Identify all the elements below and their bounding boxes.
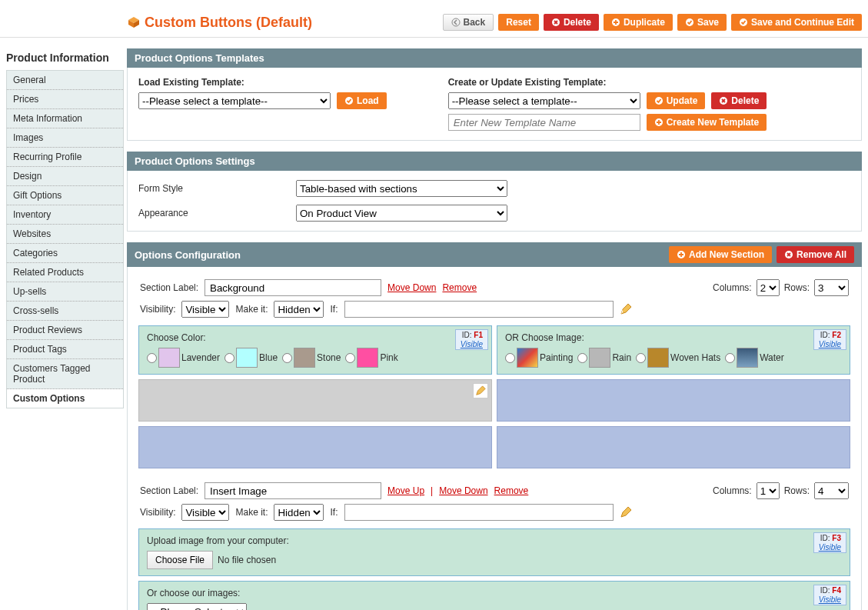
add-section-button[interactable]: Add New Section	[669, 246, 772, 263]
template-name-input[interactable]	[448, 114, 640, 131]
load-template-select[interactable]: --Please select a template--	[138, 92, 331, 109]
sidebar-item-upsells[interactable]: Up-sells	[7, 282, 123, 302]
templates-panel-header: Product Options Templates	[127, 48, 862, 68]
sidebar-item-recurring[interactable]: Recurring Profile	[7, 148, 123, 167]
section2-move-up[interactable]: Move Up	[387, 485, 424, 496]
section1-controls: Section Label: Move Down Remove Columns:…	[138, 279, 850, 296]
sidebar-item-design[interactable]: Design	[7, 167, 123, 186]
columns-label: Columns:	[713, 485, 752, 496]
choose-image-cell[interactable]: OR Choose Image: ID: F2 Visible Painting…	[497, 325, 850, 375]
color-stone-radio[interactable]	[282, 353, 292, 363]
sidebar-item-websites[interactable]: Websites	[7, 225, 123, 244]
upload-image-cell[interactable]: Upload image from your computer: ID: F3 …	[138, 528, 850, 576]
update-template-button[interactable]: Update	[647, 92, 706, 109]
sidebar-item-inventory[interactable]: Inventory	[7, 205, 123, 225]
save-button[interactable]: Save	[677, 14, 727, 31]
section2-move-down[interactable]: Move Down	[439, 485, 487, 496]
section2-sub-controls: Visibility: Visible Make it: Hidden If:	[138, 504, 850, 521]
load-button[interactable]: Load	[337, 92, 387, 109]
section1-makeit-select[interactable]: Hidden	[274, 301, 324, 318]
product-icon	[128, 16, 140, 28]
section1-cell-empty-3[interactable]	[497, 426, 850, 468]
sidebar-item-images[interactable]: Images	[7, 128, 123, 148]
id-badge-f2: ID: F2 Visible	[813, 329, 846, 350]
id-badge-f1: ID: F1 Visible	[455, 329, 488, 350]
reset-button[interactable]: Reset	[498, 14, 539, 31]
select-image-title: Or choose our images:	[147, 588, 842, 598]
section1-remove[interactable]: Remove	[442, 282, 477, 293]
section2-makeit-select[interactable]: Hidden	[274, 504, 324, 521]
section-label-text: Section Label:	[140, 485, 198, 496]
section1-cell-empty-2[interactable]	[138, 426, 492, 468]
plus-icon	[654, 118, 663, 127]
image-woven-radio[interactable]	[636, 353, 646, 363]
section2-if-input[interactable]	[344, 504, 614, 521]
create-template-select[interactable]: --Please select a template--	[448, 92, 640, 109]
form-style-select[interactable]: Table-based with sections	[296, 180, 507, 197]
section2-rows-select[interactable]: 4	[814, 482, 849, 499]
section1-move-down[interactable]: Move Down	[387, 282, 436, 293]
edit-cell-icon[interactable]	[473, 383, 488, 398]
choose-color-cell[interactable]: Choose Color: ID: F1 Visible Lavender Bl…	[138, 325, 492, 375]
section1-columns-select[interactable]: 2	[757, 279, 780, 296]
section2-columns-select[interactable]: 1	[757, 482, 780, 499]
sidebar-item-gift[interactable]: Gift Options	[7, 186, 123, 205]
delete-icon	[784, 250, 793, 259]
options-panel-header: Options Configuration Add New Section Re…	[127, 242, 862, 267]
pencil-icon[interactable]	[620, 303, 632, 315]
sidebar-item-tags[interactable]: Product Tags	[7, 340, 123, 359]
sidebar-item-general[interactable]: General	[7, 71, 123, 90]
section2-label-input[interactable]	[205, 482, 381, 499]
sidebar-item-categories[interactable]: Categories	[7, 244, 123, 263]
sidebar-item-customers-tagged[interactable]: Customers Tagged Product	[7, 359, 123, 389]
if-label: If:	[330, 304, 338, 315]
delete-button[interactable]: Delete	[544, 14, 599, 31]
makeit-label: Make it:	[235, 304, 268, 315]
image-rain-radio[interactable]	[577, 353, 587, 363]
select-image-dropdown[interactable]: -- Please Select --	[147, 603, 247, 610]
svg-point-3	[452, 18, 460, 26]
load-template-col: Load Existing Template: --Please select …	[138, 77, 387, 131]
sidebar-item-custom-options[interactable]: Custom Options	[7, 389, 123, 408]
section1-if-input[interactable]	[344, 301, 614, 318]
delete-template-button[interactable]: Delete	[711, 92, 767, 109]
swatch-water	[737, 348, 758, 368]
appearance-select[interactable]: On Product View	[296, 205, 507, 222]
choose-file-button[interactable]: Choose File	[147, 551, 213, 569]
duplicate-button[interactable]: Duplicate	[604, 14, 673, 31]
remove-all-button[interactable]: Remove All	[777, 246, 854, 263]
plus-icon	[677, 250, 686, 259]
section1-label-input[interactable]	[205, 279, 381, 296]
swatch-painting	[517, 348, 538, 368]
sidebar-item-prices[interactable]: Prices	[7, 90, 123, 109]
section1-visibility-select[interactable]: Visible	[181, 301, 229, 318]
section1-rows-select[interactable]: 3	[814, 279, 849, 296]
save-continue-button[interactable]: Save and Continue Edit	[731, 14, 862, 31]
back-button[interactable]: Back	[443, 14, 494, 31]
visibility-label: Visibility:	[140, 304, 175, 315]
id-badge-f3: ID: F3 Visible	[813, 532, 846, 553]
delete-icon	[719, 96, 728, 105]
section2-visibility-select[interactable]: Visible	[181, 504, 229, 521]
pencil-icon[interactable]	[620, 506, 632, 518]
image-water-radio[interactable]	[725, 353, 735, 363]
sidebar-item-reviews[interactable]: Product Reviews	[7, 321, 123, 340]
appearance-label: Appearance	[138, 208, 296, 218]
create-template-button[interactable]: Create New Template	[647, 114, 767, 131]
section2-remove[interactable]: Remove	[494, 485, 529, 496]
select-image-cell[interactable]: Or choose our images: ID: F4 Visible -- …	[138, 581, 850, 610]
color-pink-radio[interactable]	[345, 353, 355, 363]
page-header: Custom Buttons (Default) Back Reset Dele…	[0, 0, 868, 38]
color-lavender-radio[interactable]	[147, 353, 157, 363]
sidebar-item-meta[interactable]: Meta Information	[7, 109, 123, 128]
section1-cell-empty-1[interactable]	[497, 379, 850, 422]
sidebar-item-related[interactable]: Related Products	[7, 263, 123, 282]
section1-cell-gray[interactable]	[138, 379, 492, 422]
delete-icon	[551, 18, 560, 27]
check-icon	[654, 96, 663, 105]
if-label: If:	[330, 507, 338, 518]
image-painting-radio[interactable]	[505, 353, 515, 363]
check-icon	[739, 18, 748, 27]
color-blue-radio[interactable]	[224, 353, 234, 363]
sidebar-item-crosssells[interactable]: Cross-sells	[7, 302, 123, 321]
